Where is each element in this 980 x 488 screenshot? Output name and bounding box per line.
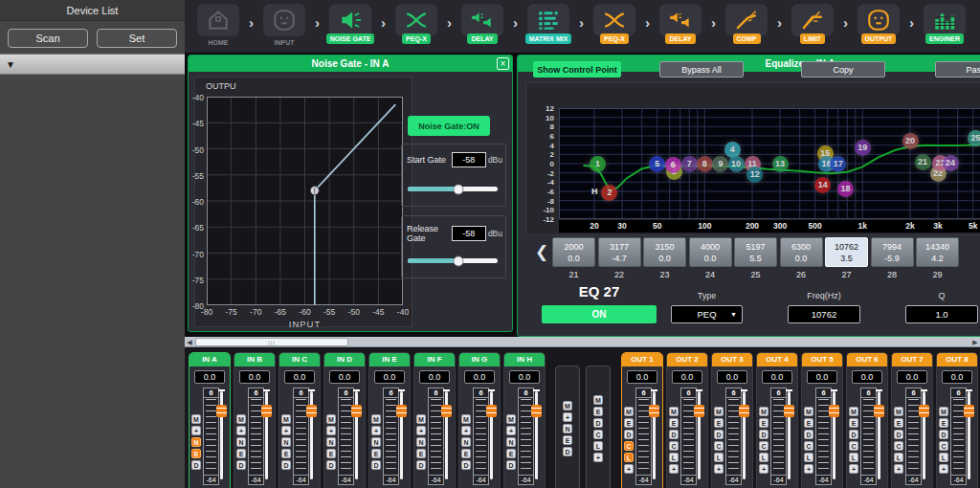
- eq-control-point-10[interactable]: 10: [728, 156, 745, 172]
- eq-control-point-17[interactable]: 17: [830, 156, 846, 172]
- gain-readout[interactable]: 0.0: [672, 370, 702, 384]
- strip-button-d[interactable]: D: [326, 460, 336, 470]
- strip-button-e[interactable]: E: [669, 418, 679, 428]
- strip-button-d[interactable]: D: [804, 430, 813, 439]
- strip-button-d[interactable]: D: [759, 430, 768, 439]
- eq-band-29[interactable]: 143404.229: [916, 237, 959, 279]
- type-dropdown[interactable]: PEQ ▼: [671, 305, 743, 323]
- mixer-scrollbar[interactable]: ◀ ||| ▶: [185, 337, 980, 347]
- channel-label[interactable]: OUT 1: [622, 353, 662, 366]
- fader-handle[interactable]: [964, 405, 974, 417]
- strip-button-m[interactable]: M: [624, 407, 634, 416]
- fader-handle[interactable]: [919, 405, 929, 417]
- strip-button-d[interactable]: D: [281, 460, 291, 470]
- strip-button-e[interactable]: E: [461, 449, 471, 458]
- channel-strip-out-1[interactable]: OUT 10.0MEDCL+6-64: [621, 352, 663, 488]
- eq-band-23[interactable]: 31500.023: [643, 237, 686, 279]
- release-gate-value[interactable]: -58: [452, 226, 486, 241]
- release-gate-slider[interactable]: [408, 258, 498, 263]
- toolbar-item-comp[interactable]: COMP: [719, 4, 774, 44]
- fader-handle[interactable]: [306, 405, 317, 417]
- channel-label[interactable]: IN G: [459, 353, 500, 366]
- strip-button-c[interactable]: C: [759, 441, 768, 451]
- strip-button-d[interactable]: D: [593, 418, 603, 428]
- show-control-point-button[interactable]: Show Control Point: [533, 61, 621, 78]
- strip-button-n[interactable]: N: [281, 437, 291, 447]
- strip-button-e[interactable]: E: [894, 418, 903, 428]
- toolbar-item-home[interactable]: HOME: [190, 4, 246, 46]
- channel-strip-out-6[interactable]: OUT 60.0MEDCL+6-64: [846, 352, 888, 488]
- copy-button[interactable]: Copy: [801, 61, 885, 78]
- fader-handle[interactable]: [531, 405, 542, 417]
- start-gate-value[interactable]: -58: [452, 152, 486, 167]
- fader-handle[interactable]: [739, 405, 749, 417]
- strip-button-m[interactable]: M: [593, 395, 603, 405]
- toolbar-item-delay[interactable]: DELAY: [653, 4, 708, 44]
- strip-button-plus[interactable]: +: [669, 464, 679, 474]
- strip-button-d[interactable]: D: [669, 430, 679, 439]
- strip-button-e[interactable]: E: [191, 449, 201, 458]
- strip-button-m[interactable]: M: [714, 407, 724, 416]
- channel-label[interactable]: OUT 6: [847, 353, 887, 366]
- eq-control-point-4[interactable]: 4: [724, 142, 741, 158]
- strip-button-m[interactable]: M: [759, 407, 768, 416]
- eq-band-25[interactable]: 51975.525: [734, 237, 777, 279]
- strip-button-d[interactable]: D: [714, 430, 724, 439]
- toolbar-item-limit[interactable]: LIMIT: [785, 4, 840, 44]
- strip-button-m[interactable]: M: [461, 414, 471, 424]
- channel-label[interactable]: IN D: [324, 353, 365, 366]
- strip-button-plus[interactable]: +: [371, 426, 381, 435]
- start-gate-slider[interactable]: [408, 187, 498, 191]
- strip-button-l[interactable]: L: [714, 453, 724, 462]
- eq-band-21[interactable]: 20000.021: [552, 237, 595, 279]
- strip-button-m[interactable]: M: [236, 414, 246, 424]
- strip-button-plus[interactable]: +: [191, 426, 201, 435]
- slider-handle[interactable]: [453, 255, 463, 266]
- channel-label[interactable]: OUT 7: [892, 353, 932, 366]
- gain-readout[interactable]: 0.0: [284, 370, 315, 384]
- gain-readout[interactable]: 0.0: [509, 370, 540, 384]
- channel-strip-in-e[interactable]: IN E0.0M+NED6-64: [368, 352, 411, 488]
- strip-button-m[interactable]: M: [506, 414, 516, 424]
- channel-strip-out-7[interactable]: OUT 70.0MEDCL+6-64: [891, 352, 933, 488]
- strip-button-l[interactable]: L: [804, 453, 813, 462]
- eq-band-cell[interactable]: 3177-4.7: [598, 237, 641, 267]
- close-icon[interactable]: ×: [497, 57, 509, 70]
- channel-label[interactable]: IN F: [414, 353, 455, 366]
- strip-button-plus[interactable]: +: [281, 426, 291, 435]
- gain-readout[interactable]: 0.0: [807, 370, 837, 384]
- strip-button-l[interactable]: L: [669, 453, 679, 462]
- eq-control-point-8[interactable]: 8: [697, 156, 713, 172]
- gain-readout[interactable]: 0.0: [374, 370, 405, 384]
- eq-band-cell[interactable]: 40000.0: [689, 237, 732, 267]
- strip-button-plus[interactable]: +: [236, 426, 246, 435]
- strip-button-d[interactable]: D: [371, 460, 381, 470]
- eq-band-cell[interactable]: 143404.2: [916, 237, 959, 267]
- channel-label[interactable]: OUT 2: [667, 353, 707, 366]
- strip-button-plus[interactable]: +: [326, 426, 336, 435]
- strip-button-n[interactable]: N: [416, 437, 426, 447]
- scroll-left-icon[interactable]: ◀: [185, 337, 194, 346]
- eq-band-26[interactable]: 63000.026: [780, 237, 823, 279]
- strip-button-d[interactable]: D: [506, 460, 516, 470]
- eq-control-point-14[interactable]: 14: [814, 177, 831, 193]
- strip-button-d[interactable]: D: [849, 430, 858, 439]
- strip-button-l[interactable]: L: [939, 453, 948, 462]
- toolbar-item-delay[interactable]: DELAY: [455, 4, 510, 44]
- channel-label[interactable]: IN B: [234, 353, 275, 366]
- strip-button-n[interactable]: N: [461, 437, 471, 447]
- strip-button-plus[interactable]: +: [894, 464, 903, 474]
- strip-button-d[interactable]: D: [236, 460, 246, 470]
- slider-handle[interactable]: [453, 184, 463, 194]
- equalizer-plot[interactable]: 12H3456789101112131415161718192021222324…: [559, 108, 980, 219]
- strip-button-plus[interactable]: +: [461, 426, 471, 435]
- channel-label[interactable]: IN E: [369, 353, 410, 366]
- strip-button-d[interactable]: D: [416, 460, 426, 470]
- strip-button-plus[interactable]: +: [624, 464, 634, 474]
- strip-button-plus[interactable]: +: [759, 464, 768, 474]
- strip-button-c[interactable]: C: [624, 441, 634, 451]
- scroll-right-icon[interactable]: ▶: [970, 337, 980, 346]
- strip-button-m[interactable]: M: [371, 414, 381, 424]
- strip-button-e[interactable]: E: [371, 449, 381, 458]
- strip-button-e[interactable]: E: [281, 449, 291, 458]
